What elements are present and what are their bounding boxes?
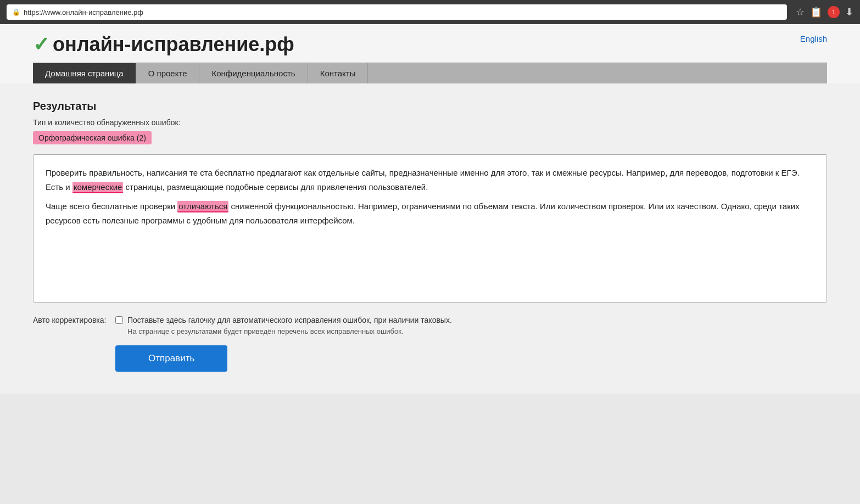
text-content-box[interactable]: Проверить правильность, написания те ста… xyxy=(33,154,827,303)
text-paragraph-1: Проверить правильность, написания те ста… xyxy=(46,166,814,194)
text-paragraph-2: Чаще всего бесплатные проверки отличають… xyxy=(46,199,814,227)
address-bar[interactable]: 🔒 https://www.онлайн-исправление.рф xyxy=(7,4,787,20)
nav-item-home[interactable]: Домашняя страница xyxy=(33,63,136,83)
nav-bar: Домашняя страница О проекте Конфиденциал… xyxy=(33,63,827,83)
results-title: Результаты xyxy=(33,100,827,113)
autocorrect-wrapper: Поставьте здесь галочку для автоматическ… xyxy=(115,315,452,335)
download-icon[interactable]: ⬇ xyxy=(845,6,853,18)
browser-chrome: 🔒 https://www.онлайн-исправление.рф ☆ 📋 … xyxy=(0,0,860,24)
nav-item-contacts[interactable]: Контакты xyxy=(308,63,368,83)
autocorrect-label: Авто корректировка: xyxy=(33,315,110,324)
errors-label: Тип и количество обнаруженных ошибок: xyxy=(33,118,827,127)
browser-actions: ☆ 📋 1 ⬇ xyxy=(796,6,853,18)
autocorrect-main-text: Поставьте здесь галочку для автоматическ… xyxy=(127,315,452,326)
checkmark-icon: ✓ xyxy=(33,33,49,56)
autocorrect-checkbox[interactable] xyxy=(115,316,123,324)
error-badge: Орфографическая ошибка (2) xyxy=(33,131,152,144)
autocorrect-row: Авто корректировка: Поставьте здесь гало… xyxy=(33,315,827,335)
notification-badge[interactable]: 1 xyxy=(828,6,840,18)
nav-item-privacy[interactable]: Конфиденциальность xyxy=(199,63,308,83)
highlighted-word-2: отличаються xyxy=(177,201,228,212)
extension-icon[interactable]: 📋 xyxy=(810,6,822,18)
nav-item-about[interactable]: О проекте xyxy=(136,63,200,83)
submit-button[interactable]: Отправить xyxy=(115,345,227,372)
autocorrect-sub-text: На странице с результатами будет приведё… xyxy=(127,327,452,335)
highlighted-word-1: комерческие xyxy=(72,182,124,193)
english-link[interactable]: English xyxy=(800,34,827,43)
main-content: Результаты Тип и количество обнаруженных… xyxy=(0,83,860,394)
url-text: https://www.онлайн-исправление.рф xyxy=(24,8,143,16)
text-p1-after: страницы, размещающие подобные сервисы д… xyxy=(123,182,428,192)
site-header: English ✓ онлайн-исправление.рф Домашняя… xyxy=(0,24,860,83)
text-p2-before: Чаще всего бесплатные проверки xyxy=(46,201,177,211)
site-title: ✓ онлайн-исправление.рф xyxy=(33,33,827,56)
star-icon[interactable]: ☆ xyxy=(796,6,805,18)
page-wrapper: English ✓ онлайн-исправление.рф Домашняя… xyxy=(0,24,860,504)
site-name: онлайн-исправление.рф xyxy=(53,33,294,56)
lock-icon: 🔒 xyxy=(12,8,20,16)
autocorrect-text-block: Поставьте здесь галочку для автоматическ… xyxy=(127,315,452,335)
